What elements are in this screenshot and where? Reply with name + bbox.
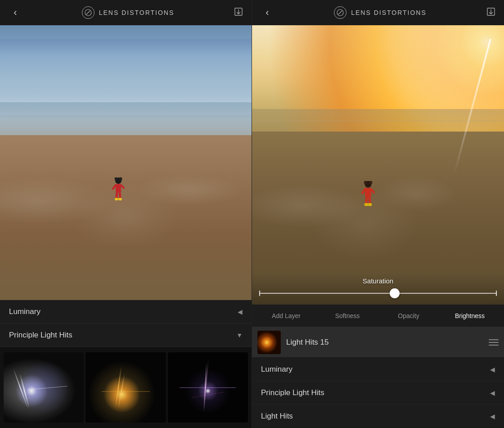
saturation-label: Saturation [259,277,497,285]
layer-thumb-image [257,331,281,354]
active-layer-item[interactable]: Light Hits 15 [252,327,504,358]
left-header-center: LENS DISTORTIONS [82,6,175,19]
right-back-button[interactable]: ‹ [260,7,274,18]
person-silhouette-left [112,177,125,204]
principle-light-hits-row[interactable]: Principle Light Hits ▼ [0,323,252,347]
layer-name-label: Light Hits 15 [286,338,483,347]
right-header: ‹ LENS DISTORTIONS [252,0,504,25]
tab-brightness[interactable]: Brightness [439,309,500,323]
tab-add-layer[interactable]: Add Layer [256,309,317,323]
svg-line-1 [86,11,90,14]
effects-grid [0,347,252,428]
svg-line-23 [369,197,370,203]
left-beach-photo [0,25,252,300]
left-header: ‹ LENS DISTORTIONS [0,0,252,25]
luminary-label: Luminary [9,307,40,316]
svg-point-24 [364,203,368,206]
svg-line-7 [113,185,116,189]
right-principle-row[interactable]: Principle Light Hits ◀ [252,381,504,405]
flare-3-image [168,352,248,423]
svg-point-4 [114,177,117,180]
right-luminary-row[interactable]: Luminary ◀ [252,358,504,381]
right-light-hits-label: Light Hits [261,412,293,421]
left-back-button[interactable]: ‹ [8,7,22,18]
svg-point-18 [369,181,372,184]
svg-point-11 [115,198,118,200]
svg-line-22 [366,197,367,203]
svg-line-9 [117,192,117,198]
right-beach-photo [252,25,504,305]
hamburger-line-1 [489,339,499,340]
right-light-hits-row[interactable]: Light Hits ◀ [252,405,504,428]
right-luminary-chevron: ◀ [490,366,495,373]
effect-thumb-1[interactable] [4,352,84,423]
saturation-slider[interactable] [259,288,497,298]
right-light-hits-chevron: ◀ [490,413,495,420]
slider-right-end [496,291,497,296]
tabs-row: Add Layer Softness Opacity Brightness [252,305,504,327]
svg-point-12 [118,198,122,200]
svg-line-10 [120,192,120,198]
principle-light-hits-label: Principle Light Hits [9,331,72,340]
effect-thumb-3[interactable] [168,352,248,423]
right-principle-chevron: ◀ [490,389,495,396]
luminary-chevron: ◀ [238,308,243,315]
left-app-title: LENS DISTORTIONS [99,9,175,16]
right-logo-icon [334,6,346,19]
hamburger-line-2 [489,342,499,343]
svg-line-20 [362,189,365,193]
svg-line-14 [338,11,342,14]
left-panel: ‹ LENS DISTORTIONS [0,0,252,428]
effect-thumb-2[interactable] [86,352,166,423]
left-bottom-controls: Luminary ◀ Principle Light Hits ▼ [0,300,252,428]
layer-thumbnail [257,331,281,354]
principle-light-hits-chevron: ▼ [236,332,243,339]
right-principle-label: Principle Light Hits [261,388,324,397]
svg-line-8 [121,185,124,188]
slider-track-line [259,293,497,294]
tab-softness[interactable]: Softness [317,309,378,323]
svg-point-17 [364,181,367,184]
flare-2-image [86,352,166,423]
hamburger-line-3 [489,345,499,346]
right-photo-area: Saturation [252,25,504,305]
svg-line-21 [371,189,374,192]
left-logo-icon [82,6,94,19]
saturation-overlay: Saturation [252,273,504,305]
right-luminary-label: Luminary [261,365,292,374]
flare-1-image [4,352,84,423]
layer-menu-button[interactable] [489,339,499,346]
left-photo-area [0,25,252,300]
svg-point-5 [119,177,122,180]
right-header-center: LENS DISTORTIONS [334,6,427,19]
right-download-button[interactable] [486,7,496,19]
slider-left-end [259,291,260,296]
slider-thumb[interactable] [390,288,400,298]
person-silhouette-right [361,181,375,209]
right-bottom-controls: Add Layer Softness Opacity Brightness Li… [252,305,504,428]
svg-point-25 [368,203,372,206]
right-app-title: LENS DISTORTIONS [351,9,427,16]
luminary-row[interactable]: Luminary ◀ [0,300,252,323]
tab-opacity[interactable]: Opacity [378,309,439,323]
left-download-button[interactable] [234,7,243,19]
right-panel: ‹ LENS DISTORTIONS [252,0,504,428]
